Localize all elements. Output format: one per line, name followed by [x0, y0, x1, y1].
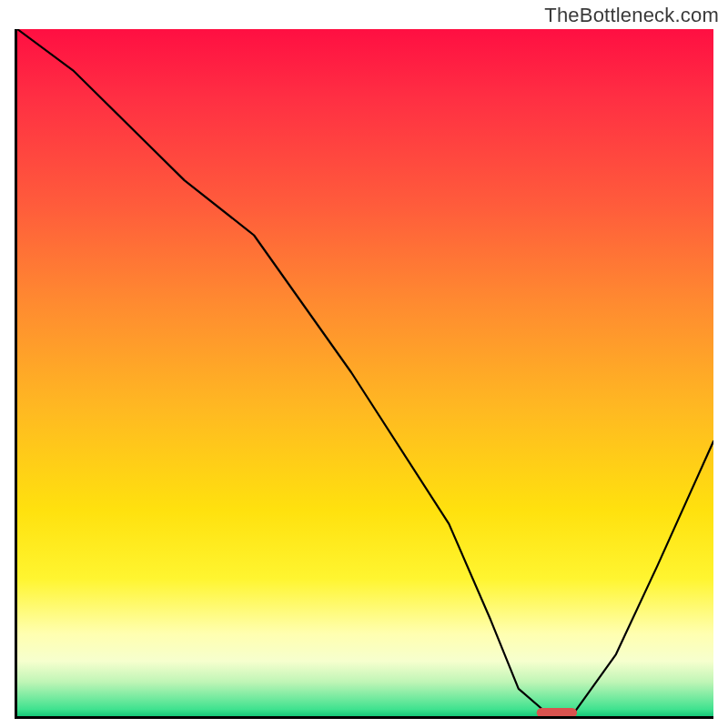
bottleneck-curve	[17, 29, 713, 713]
optimal-point-marker	[537, 708, 577, 716]
chart-plot-area	[15, 29, 713, 719]
attribution-label: TheBottleneck.com	[544, 4, 719, 27]
chart-svg	[17, 29, 713, 716]
